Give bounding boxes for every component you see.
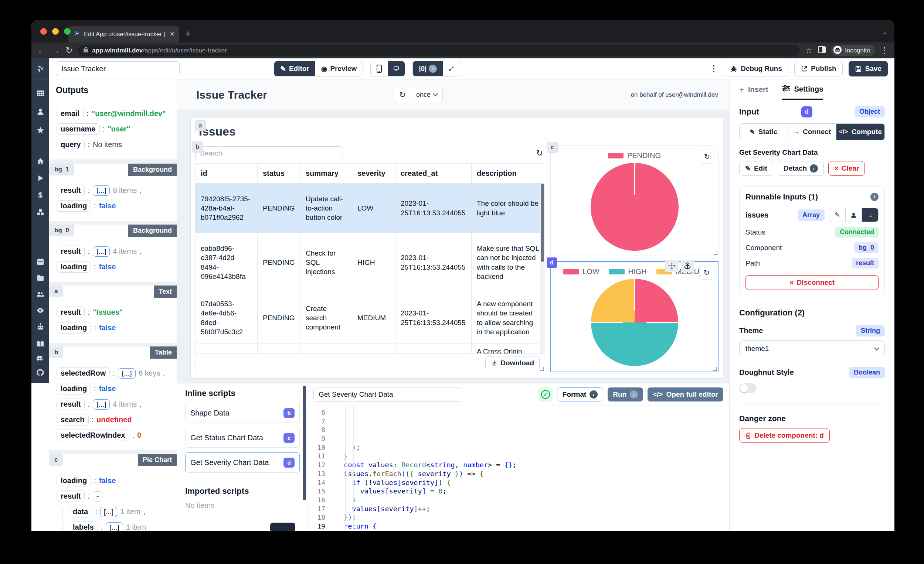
info-icon[interactable]: i [870, 193, 879, 201]
open-full-editor-button[interactable]: </>Open full editor [648, 387, 723, 401]
output-key[interactable]: loading [57, 200, 91, 212]
output-expand-box[interactable]: - [93, 491, 102, 501]
home-icon[interactable] [36, 157, 44, 165]
table-scrollbar[interactable] [540, 184, 545, 353]
move-icon[interactable] [665, 260, 679, 272]
chart-d-refresh-icon[interactable]: ↻ [699, 266, 714, 280]
app-grid[interactable]: a Issues b ↻ [190, 118, 723, 378]
inline-script-item[interactable]: Get Status Chart Datac [185, 428, 300, 448]
column-header[interactable]: created_at [396, 164, 472, 183]
output-key[interactable]: loading [57, 261, 91, 272]
table-row[interactable]: 07da0553-4e6e-4d56-8ded-5fd0f7d5c3c2PEND… [195, 292, 545, 344]
output-row[interactable]: loading:false [57, 261, 171, 272]
tab-settings[interactable]: Settings [782, 79, 823, 100]
chart-c-refresh-icon[interactable]: ↻ [700, 150, 714, 164]
doughnut-style-toggle[interactable] [739, 383, 756, 393]
table-search-input[interactable] [195, 146, 343, 160]
edit-button[interactable]: ✎Edit [739, 161, 773, 176]
component-id-tag[interactable]: b [49, 346, 63, 358]
workspace-icon[interactable] [36, 89, 44, 97]
runs-play-icon[interactable] [36, 174, 44, 182]
column-header[interactable]: status [258, 164, 300, 183]
output-row[interactable]: result:"Issues" [57, 307, 171, 318]
legend-item[interactable]: PENDING [608, 151, 661, 160]
component-a-text[interactable]: a Issues [199, 125, 718, 141]
reload-icon[interactable]: ↻ [65, 46, 72, 55]
inline-script-item[interactable]: Shape Datab [185, 403, 300, 423]
mode-connect[interactable]: →Connect [788, 124, 836, 140]
download-button[interactable]: Download [485, 356, 540, 370]
preview-tab[interactable]: ◉Preview [315, 61, 363, 76]
legend-item[interactable]: HIGH [609, 268, 647, 276]
browser-menu-icon[interactable]: ⋮ [880, 46, 888, 55]
output-key[interactable]: result [57, 185, 85, 196]
maximize-window-button[interactable] [64, 28, 70, 35]
clear-button[interactable]: ×Clear [828, 161, 865, 176]
url-bar[interactable]: app.windmill.dev/apps/edit/u/user/issue-… [78, 45, 800, 56]
output-key[interactable]: loading [57, 475, 91, 486]
format-button[interactable]: Formati [557, 387, 603, 401]
output-expand-box[interactable]: [...] [106, 522, 123, 531]
component-id-tag[interactable]: bg_0 [49, 224, 74, 236]
output-row[interactable]: query:No items [57, 139, 171, 150]
detach-button[interactable]: Detachi [778, 161, 824, 176]
component-b-chip[interactable]: b [192, 142, 202, 152]
output-row[interactable]: labels:[...]1 item [69, 522, 171, 531]
resize-handle[interactable] [540, 367, 544, 371]
minimize-window-button[interactable] [52, 28, 59, 35]
window-controls[interactable] [40, 28, 70, 35]
output-expand-box[interactable]: {...} [118, 368, 136, 378]
component-a-chip[interactable]: a [195, 120, 206, 131]
discord-icon[interactable] [36, 354, 44, 362]
output-row[interactable]: selectedRow:{...}6 keys, [57, 368, 171, 379]
run-button[interactable]: Runi [608, 387, 643, 401]
hide-schema-button[interactable]: |0|i [413, 61, 443, 76]
output-expand-box[interactable]: [...] [93, 399, 110, 410]
delete-component-button[interactable]: Delete component: d [739, 428, 830, 443]
schedules-calendar-icon[interactable] [36, 257, 44, 266]
component-c-chip[interactable]: c [547, 142, 557, 153]
inline-script-item[interactable]: Get Severity Chart Datad [185, 452, 300, 473]
output-expand-box[interactable]: [...] [93, 186, 110, 196]
runnable-input-value[interactable]: Connected [835, 227, 879, 238]
theme-select[interactable]: theme1 [739, 340, 885, 357]
component-b-table[interactable]: b ↻ idstatussummaryseveritycreated_atdes… [195, 145, 545, 372]
favorites-star-icon[interactable] [36, 126, 44, 134]
output-key[interactable]: search [57, 414, 89, 425]
editor-tab[interactable]: ✎Editor [274, 61, 315, 76]
more-options-icon[interactable]: ⋮ [710, 64, 718, 73]
groups-icon[interactable] [36, 290, 44, 298]
column-header[interactable]: summary [300, 164, 352, 183]
runnable-input-value[interactable]: bg_0 [854, 242, 879, 253]
component-c-pie-chart[interactable]: c ↻ PENDING [550, 145, 718, 256]
docs-book-icon[interactable] [36, 340, 44, 348]
debug-runs-button[interactable]: Debug Runs [724, 61, 788, 76]
output-key[interactable]: result [57, 491, 85, 502]
output-row[interactable]: email:"user@windmill.dev" [57, 108, 171, 119]
output-key[interactable]: result [57, 307, 85, 318]
bookmark-star-icon[interactable]: ☆ [806, 46, 812, 54]
output-key[interactable]: loading [57, 383, 91, 395]
mobile-view-button[interactable] [371, 61, 388, 76]
forward-icon[interactable]: → [51, 46, 60, 55]
app-name-input[interactable] [56, 61, 180, 76]
output-key[interactable]: loading [57, 322, 91, 334]
output-expand-box[interactable]: [...] [93, 246, 110, 257]
tab-insert[interactable]: +Insert [739, 79, 768, 100]
back-icon[interactable]: ← [38, 46, 46, 55]
tab-close-icon[interactable]: ✕ [170, 30, 175, 38]
folders-icon[interactable] [36, 274, 44, 282]
expand-icon[interactable] [443, 61, 460, 76]
refresh-app-button[interactable]: ↻ [394, 87, 411, 103]
tab-search-chevron-icon[interactable]: ⌄ [882, 28, 888, 36]
anchor-icon[interactable] [681, 260, 694, 272]
table-refresh-icon[interactable]: ↻ [536, 148, 543, 158]
component-id-tag[interactable]: a [49, 286, 63, 297]
output-row[interactable]: username:"user" [57, 123, 171, 135]
disconnect-button[interactable]: ×Disconnect [746, 275, 879, 290]
column-header[interactable]: id [195, 164, 258, 183]
side-panel-icon[interactable] [818, 46, 826, 55]
output-key[interactable]: labels [69, 522, 98, 531]
mode-static[interactable]: ✎Static [740, 124, 788, 140]
close-window-button[interactable] [40, 28, 47, 35]
